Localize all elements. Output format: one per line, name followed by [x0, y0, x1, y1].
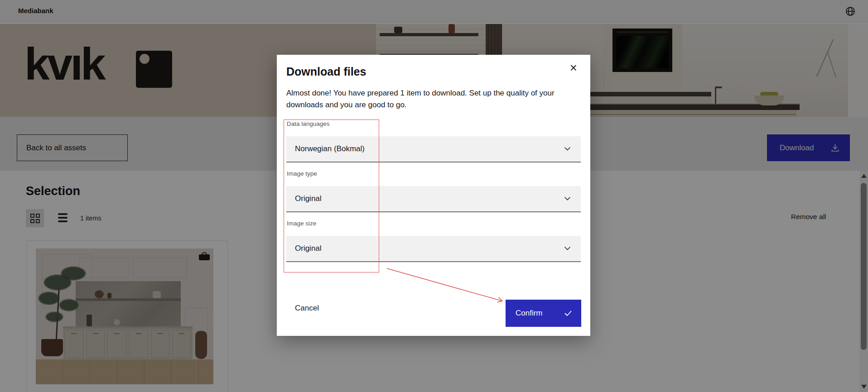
image-type-value: Original — [295, 186, 322, 211]
modal-description: Almost done! You have prepared 1 item to… — [286, 87, 568, 111]
modal-title: Download files — [286, 65, 366, 78]
cancel-button[interactable]: Cancel — [295, 304, 319, 313]
image-size-select[interactable]: Original — [286, 236, 581, 262]
data-languages-value: Norwegian (Bokmal) — [295, 136, 365, 162]
image-type-select[interactable]: Original — [286, 186, 581, 212]
check-icon — [564, 310, 572, 316]
image-size-value: Original — [295, 236, 322, 261]
chevron-down-icon — [564, 246, 571, 250]
chevron-down-icon — [564, 147, 571, 151]
image-size-label: Image size — [287, 220, 316, 227]
close-icon[interactable]: × — [566, 60, 581, 76]
chevron-down-icon — [564, 196, 571, 201]
data-languages-label: Data languages — [287, 120, 330, 127]
data-languages-select[interactable]: Norwegian (Bokmal) — [286, 136, 581, 163]
image-type-label: Image type — [287, 170, 317, 177]
confirm-button[interactable]: Confirm — [506, 300, 581, 327]
confirm-button-label: Confirm — [516, 309, 543, 317]
mediabank-app: Mediabank — [0, 0, 868, 392]
download-files-modal: Download files × Almost done! You have p… — [277, 55, 590, 336]
